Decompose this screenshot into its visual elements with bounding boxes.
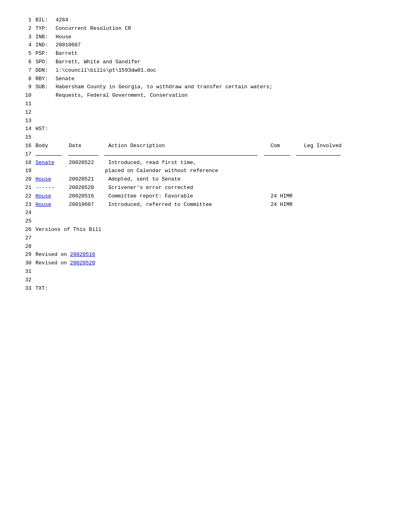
- line-16: 16 Body Date Action Description Com Leg …: [20, 142, 391, 150]
- house-link-3[interactable]: House: [35, 202, 51, 208]
- line-8: 8 RBY:Senate: [20, 75, 391, 83]
- line-10: 10 Requests, Federal Government, Conserv…: [20, 91, 391, 100]
- inb-value: House: [56, 34, 71, 40]
- revised1-label: Revised on: [35, 251, 70, 258]
- house2-action: Committee report: Favorable: [108, 192, 268, 201]
- line-13: 13: [20, 117, 391, 125]
- history-col-com: Com: [270, 142, 301, 150]
- line-31: 31: [20, 268, 391, 276]
- rby-label: RBY:: [35, 75, 56, 83]
- line-26: 26 Versions of This Bill: [20, 226, 391, 234]
- psp-value: Barrett: [56, 50, 78, 56]
- ddn-label: DDN:: [35, 66, 56, 75]
- line-7: 7 DDN:l:\council\bills\pt\1593dw01.doc: [20, 66, 391, 75]
- line-9: 9 SUB:Habersham County in Georgia, to wi…: [20, 83, 391, 91]
- psp-label: PSP:: [35, 50, 56, 58]
- line-22: 22 House 20020516 Committee report: Favo…: [20, 192, 391, 201]
- house1-action: Adopted, sent to Senate: [108, 176, 181, 182]
- senate-action2: placed on Calendar without reference: [105, 168, 218, 174]
- line-30: 30 Revised on 20020520: [20, 259, 391, 268]
- sub-value2: Requests, Federal Government, Conservati…: [56, 92, 188, 98]
- line-14: 14 HST:: [20, 125, 391, 133]
- spo-label: SPO:: [35, 58, 56, 66]
- line-18: 18 Senate 20020522 Introduced, read firs…: [20, 159, 391, 167]
- versions-title: Versions of This Bill: [35, 227, 102, 233]
- line-6: 6 SPO:Barrett, White and Sandifer: [20, 58, 391, 66]
- ind-value: 20010607: [56, 42, 81, 48]
- line-5: 5 PSP:Barrett: [20, 50, 391, 58]
- typ-label: TYP:: [35, 25, 56, 33]
- house2-com: 24 HIMR: [270, 193, 293, 199]
- txt-label: TXT:: [35, 285, 56, 293]
- inb-label: INB:: [35, 33, 56, 42]
- line-25: 25: [20, 217, 391, 226]
- line-19: 19 placed on Calendar without reference: [20, 167, 391, 175]
- line-20: 20 House 20020521 Adopted, sent to Senat…: [20, 175, 391, 184]
- bil-label: BIL:: [35, 16, 56, 25]
- line-11: 11: [20, 100, 391, 108]
- revised2-label: Revised on: [35, 260, 70, 266]
- line-2: 2 TYP:Concurrent Resolution CR: [20, 25, 391, 33]
- ind-label: IND:: [35, 41, 56, 50]
- line-27: 27: [20, 234, 391, 243]
- line-29: 29 Revised on 20020516: [20, 251, 391, 259]
- line-21: 21 ------ 20020520 Scrivener's error cor…: [20, 184, 391, 192]
- bil-value: 4284: [56, 17, 68, 23]
- line-23: 23 House 20010607 Introduced, referred t…: [20, 201, 391, 209]
- house2-date: 20020516: [69, 192, 105, 201]
- revised1-link[interactable]: 20020516: [70, 251, 95, 258]
- house3-com: 24 HIMR: [270, 202, 293, 208]
- history-col-action: Action Description: [108, 142, 268, 150]
- dash-date: 20020520: [69, 184, 105, 192]
- hst-label: HST:: [35, 125, 56, 133]
- spo-value: Barrett, White and Sandifer: [56, 59, 141, 65]
- line-32: 32: [20, 276, 391, 285]
- house-link-2[interactable]: House: [35, 193, 51, 199]
- senate-link[interactable]: Senate: [35, 160, 54, 166]
- line-17: 17: [20, 150, 391, 159]
- line-3: 3 INB:House: [20, 33, 391, 42]
- history-col-date: Date: [69, 142, 105, 150]
- house3-action: Introduced, referred to Committee: [108, 201, 268, 209]
- sub-label: SUB:: [35, 83, 56, 91]
- line-15: 15: [20, 133, 391, 142]
- line-12: 12: [20, 108, 391, 117]
- revised2-link[interactable]: 20020520: [70, 260, 95, 266]
- rby-value: Senate: [56, 76, 75, 82]
- dash-body: ------: [35, 184, 66, 192]
- dash-action: Scrivener's error corrected: [108, 185, 193, 191]
- house-link-1[interactable]: House: [35, 176, 51, 182]
- senate-action1: Introduced, read first time,: [108, 160, 196, 166]
- history-col-body: Body: [35, 142, 66, 150]
- line-33: 33 TXT:: [20, 285, 391, 293]
- ddn-value: l:\council\bills\pt\1593dw01.doc: [56, 67, 156, 73]
- history-col-leg: Leg Involved: [304, 142, 342, 150]
- house1-date: 20020521: [69, 175, 105, 184]
- sub-value1: Habersham County in Georgia, to withdraw…: [56, 84, 272, 90]
- typ-value: Concurrent Resolution CR: [56, 25, 131, 31]
- line-4: 4 IND:20010607: [20, 41, 391, 50]
- line-24: 24: [20, 209, 391, 217]
- senate-date: 20020522: [69, 159, 105, 167]
- house3-date: 20010607: [69, 201, 105, 209]
- line-28: 28: [20, 243, 391, 251]
- line-1: 1 BIL:4284: [20, 16, 391, 25]
